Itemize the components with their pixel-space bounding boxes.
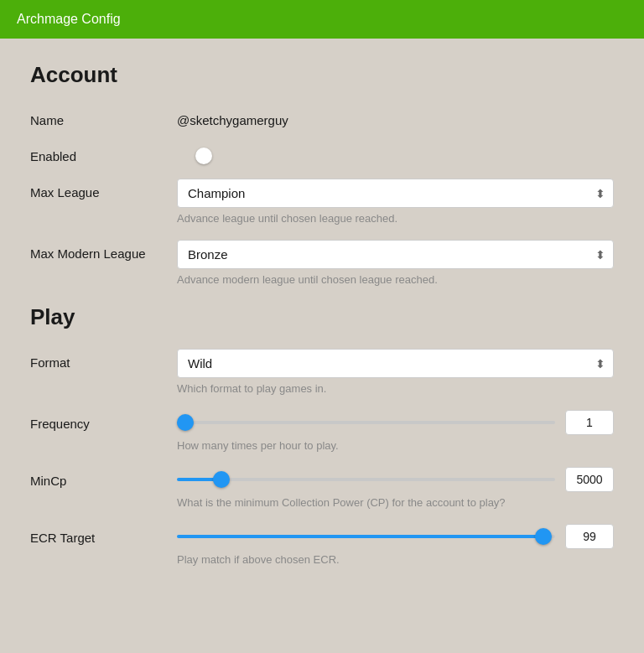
ecr-target-slider[interactable]: [177, 535, 555, 538]
mincp-hint: What is the minimum Collection Power (CP…: [177, 496, 614, 509]
ecr-target-control: 99 Play match if above chosen ECR.: [177, 524, 614, 566]
max-league-label: Max League: [30, 179, 177, 200]
mincp-slider-row: 5000: [177, 467, 614, 492]
max-league-row: Max League Iron Bronze Silver Gold Plati…: [30, 179, 614, 225]
format-select-wrapper: Wild Standard Twist ⬍: [177, 349, 614, 378]
frequency-slider[interactable]: [177, 421, 555, 424]
max-modern-league-row: Max Modern League Iron Bronze Silver Gol…: [30, 240, 614, 286]
max-league-control: Iron Bronze Silver Gold Platinum Diamond…: [177, 179, 614, 225]
max-modern-league-hint: Advance modern league until chosen leagu…: [177, 273, 614, 286]
frequency-hint: How many times per hour to play.: [177, 439, 614, 452]
max-modern-league-control: Iron Bronze Silver Gold Platinum Diamond…: [177, 240, 614, 286]
format-label: Format: [30, 349, 177, 370]
name-control: @sketchygamerguy: [177, 106, 614, 127]
ecr-target-value: 99: [565, 524, 614, 549]
name-row: Name @sketchygamerguy: [30, 106, 614, 127]
frequency-row: Frequency 1 How many times per hour to p…: [30, 410, 614, 452]
ecr-target-row: ECR Target 99 Play match if above chosen…: [30, 524, 614, 566]
ecr-target-label: ECR Target: [30, 524, 177, 545]
max-modern-league-label: Max Modern League: [30, 240, 177, 261]
enabled-control: [177, 143, 614, 146]
frequency-value: 1: [565, 410, 614, 435]
mincp-row: MinCp 5000 What is the minimum Collectio…: [30, 467, 614, 509]
frequency-control: 1 How many times per hour to play.: [177, 410, 614, 452]
title-bar: Archmage Config: [0, 0, 644, 39]
mincp-slider[interactable]: [177, 478, 555, 481]
enabled-row: Enabled: [30, 143, 614, 163]
ecr-target-hint: Play match if above chosen ECR.: [177, 553, 614, 566]
format-row: Format Wild Standard Twist ⬍ Which forma…: [30, 349, 614, 395]
play-section-title: Play: [30, 304, 614, 330]
toggle-thumb: [195, 148, 212, 164]
format-select[interactable]: Wild Standard Twist: [177, 349, 614, 378]
frequency-label: Frequency: [30, 410, 177, 431]
mincp-label: MinCp: [30, 467, 177, 488]
max-league-select[interactable]: Iron Bronze Silver Gold Platinum Diamond…: [177, 179, 614, 208]
frequency-slider-row: 1: [177, 410, 614, 435]
mincp-control: 5000 What is the minimum Collection Powe…: [177, 467, 614, 509]
ecr-target-slider-row: 99: [177, 524, 614, 549]
max-league-hint: Advance league until chosen league reach…: [177, 212, 614, 225]
name-label: Name: [30, 106, 177, 127]
name-value: @sketchygamerguy: [177, 106, 614, 127]
mincp-value: 5000: [565, 467, 614, 492]
app-title: Archmage Config: [17, 12, 121, 26]
enabled-label: Enabled: [30, 143, 177, 163]
format-hint: Which format to play games in.: [177, 382, 614, 395]
account-section-title: Account: [30, 62, 614, 88]
format-control: Wild Standard Twist ⬍ Which format to pl…: [177, 349, 614, 395]
max-modern-league-select-wrapper: Iron Bronze Silver Gold Platinum Diamond…: [177, 240, 614, 269]
max-league-select-wrapper: Iron Bronze Silver Gold Platinum Diamond…: [177, 179, 614, 208]
max-modern-league-select[interactable]: Iron Bronze Silver Gold Platinum Diamond…: [177, 240, 614, 269]
